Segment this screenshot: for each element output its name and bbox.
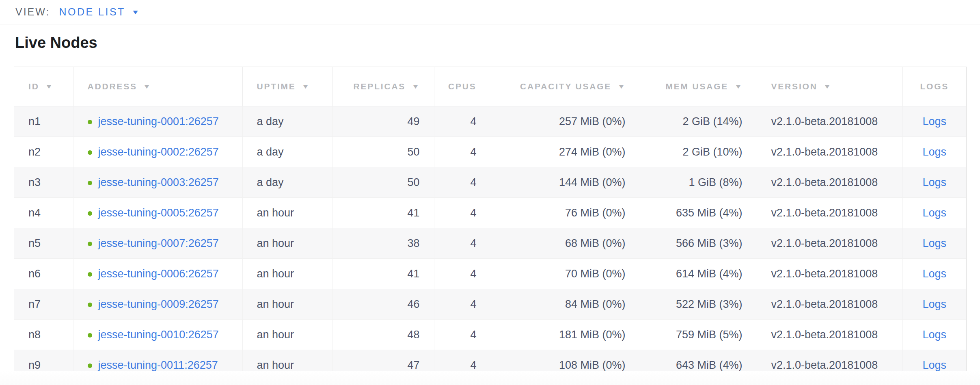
table-header-row: ID ▼ ADDRESS ▼ UPTIME ▼ REPLICAS ▼ CPUS …	[14, 67, 966, 106]
node-version: v2.1.0-beta.20181008	[771, 237, 878, 249]
table-body: n1 jesse-tuning-0001:26257 a day 49 4 25…	[14, 106, 966, 381]
cell-logs: Logs	[902, 289, 966, 320]
table-row: n1 jesse-tuning-0001:26257 a day 49 4 25…	[14, 106, 966, 137]
cell-logs: Logs	[902, 137, 966, 167]
column-header-address[interactable]: ADDRESS ▼	[73, 67, 242, 106]
node-address-link[interactable]: jesse-tuning-0001:26257	[98, 115, 219, 128]
cell-cpus: 4	[434, 259, 491, 289]
cell-address: jesse-tuning-0010:26257	[73, 320, 242, 350]
logs-link[interactable]: Logs	[922, 176, 946, 188]
node-replicas: 41	[407, 268, 419, 280]
cell-version: v2.1.0-beta.20181008	[757, 198, 902, 228]
cell-replicas: 41	[332, 198, 434, 228]
logs-link[interactable]: Logs	[922, 298, 946, 310]
cell-capacity-usage: 108 MiB (0%)	[491, 350, 640, 381]
logs-link[interactable]: Logs	[922, 237, 946, 249]
node-address-link[interactable]: jesse-tuning-0002:26257	[98, 146, 219, 158]
logs-link[interactable]: Logs	[922, 146, 946, 158]
cell-logs: Logs	[902, 259, 966, 289]
cell-logs: Logs	[902, 198, 966, 228]
node-id: n3	[28, 176, 41, 188]
cell-address: jesse-tuning-0006:26257	[73, 259, 242, 289]
node-id: n4	[28, 207, 41, 219]
node-capacity-usage: 76 MiB (0%)	[565, 207, 626, 219]
node-uptime: an hour	[257, 237, 294, 249]
cell-capacity-usage: 144 MiB (0%)	[491, 167, 640, 198]
cell-id: n2	[14, 137, 73, 167]
cell-cpus: 4	[434, 198, 491, 228]
cell-mem-usage: 1 GiB (8%)	[640, 167, 757, 198]
view-selector-dropdown[interactable]: NODE LIST ▼	[59, 6, 138, 18]
cell-cpus: 4	[434, 228, 491, 259]
column-header-label: ID	[28, 82, 39, 91]
node-capacity-usage: 70 MiB (0%)	[565, 268, 626, 280]
node-mem-usage: 566 MiB (3%)	[676, 237, 743, 249]
cell-mem-usage: 2 GiB (10%)	[640, 137, 757, 167]
node-uptime: an hour	[257, 298, 294, 310]
node-cpus: 4	[470, 176, 476, 188]
cell-replicas: 48	[332, 320, 434, 350]
column-header-id[interactable]: ID ▼	[14, 67, 73, 106]
node-uptime: an hour	[257, 359, 294, 371]
cell-cpus: 4	[434, 167, 491, 198]
column-header-mem[interactable]: MEM USAGE ▼	[640, 67, 757, 106]
column-header-capacity[interactable]: CAPACITY USAGE ▼	[491, 67, 640, 106]
cell-mem-usage: 614 MiB (4%)	[640, 259, 757, 289]
node-mem-usage: 1 GiB (8%)	[689, 176, 742, 188]
column-header-uptime[interactable]: UPTIME ▼	[242, 67, 332, 106]
cell-cpus: 4	[434, 350, 491, 381]
table-row: n5 jesse-tuning-0007:26257 an hour 38 4 …	[14, 228, 966, 259]
node-replicas: 46	[407, 298, 419, 310]
logs-link[interactable]: Logs	[922, 359, 946, 371]
node-address-link[interactable]: jesse-tuning-0011:26257	[98, 359, 218, 371]
logs-link[interactable]: Logs	[922, 207, 946, 219]
node-capacity-usage: 274 MiB (0%)	[559, 146, 626, 158]
view-bar: VIEW: NODE LIST ▼	[0, 0, 980, 24]
node-capacity-usage: 68 MiB (0%)	[565, 237, 626, 249]
table-row: n7 jesse-tuning-0009:26257 an hour 46 4 …	[14, 289, 966, 320]
cell-id: n7	[14, 289, 73, 320]
node-uptime: a day	[257, 115, 284, 128]
sort-caret-icon: ▼	[302, 83, 311, 90]
column-header-version[interactable]: VERSION ▼	[757, 67, 902, 106]
node-mem-usage: 2 GiB (10%)	[682, 146, 742, 158]
node-version: v2.1.0-beta.20181008	[771, 176, 878, 188]
cell-id: n9	[14, 350, 73, 381]
cell-version: v2.1.0-beta.20181008	[757, 137, 902, 167]
node-version: v2.1.0-beta.20181008	[771, 359, 878, 371]
node-version: v2.1.0-beta.20181008	[771, 146, 878, 158]
node-address-link[interactable]: jesse-tuning-0009:26257	[98, 298, 219, 310]
node-uptime: a day	[257, 176, 284, 188]
node-address-link[interactable]: jesse-tuning-0003:26257	[98, 176, 219, 188]
cell-replicas: 50	[332, 167, 434, 198]
node-mem-usage: 759 MiB (5%)	[676, 329, 743, 341]
node-address-link[interactable]: jesse-tuning-0010:26257	[98, 329, 219, 341]
logs-link[interactable]: Logs	[922, 115, 946, 128]
node-status-ok-icon	[88, 363, 92, 368]
node-mem-usage: 614 MiB (4%)	[676, 268, 743, 280]
view-label: VIEW:	[15, 6, 50, 18]
column-header-replicas[interactable]: REPLICAS ▼	[332, 67, 434, 106]
node-address-link[interactable]: jesse-tuning-0007:26257	[98, 237, 219, 249]
node-capacity-usage: 144 MiB (0%)	[559, 176, 626, 188]
cell-id: n1	[14, 106, 73, 137]
logs-link[interactable]: Logs	[922, 329, 946, 341]
cell-capacity-usage: 76 MiB (0%)	[491, 198, 640, 228]
column-header-label: REPLICAS	[354, 82, 406, 91]
cell-mem-usage: 643 MiB (4%)	[640, 350, 757, 381]
cell-mem-usage: 522 MiB (3%)	[640, 289, 757, 320]
column-header-label: MEM USAGE	[665, 82, 728, 91]
cell-replicas: 50	[332, 137, 434, 167]
table-row: n3 jesse-tuning-0003:26257 a day 50 4 14…	[14, 167, 966, 198]
node-id: n5	[28, 237, 41, 249]
cell-uptime: a day	[242, 167, 332, 198]
cell-version: v2.1.0-beta.20181008	[757, 350, 902, 381]
cell-logs: Logs	[902, 228, 966, 259]
node-address-link[interactable]: jesse-tuning-0006:26257	[98, 268, 219, 280]
logs-link[interactable]: Logs	[922, 268, 946, 280]
cell-address: jesse-tuning-0007:26257	[73, 228, 242, 259]
node-address-link[interactable]: jesse-tuning-0005:26257	[98, 207, 219, 219]
sort-caret-icon: ▼	[824, 83, 833, 90]
column-header-label: CAPACITY USAGE	[520, 82, 611, 91]
node-replicas: 50	[407, 176, 419, 188]
